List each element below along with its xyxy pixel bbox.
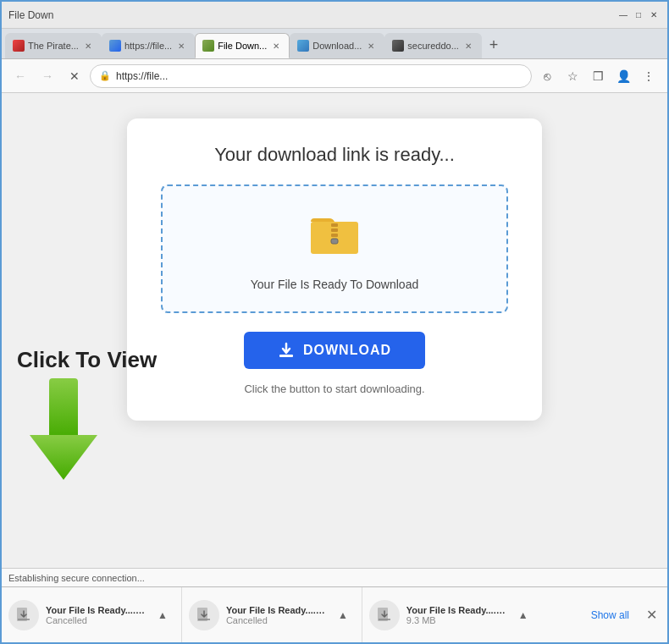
card-hint: Click the button to start downloading. xyxy=(161,383,508,395)
address-bar[interactable]: 🔒 https://file... xyxy=(90,64,532,88)
dl-file-icon-1 xyxy=(15,607,32,624)
page-content: 🔍 7Z COM Your download link is ready... xyxy=(2,93,667,568)
tab-favicon-5 xyxy=(392,40,404,52)
file-label: Your File Is Ready To Download xyxy=(180,278,489,291)
nav-bar: ← → ✕ 🔒 https://file... ⎋ ☆ ❒ 👤 ⋮ xyxy=(2,59,667,93)
tab-label-3: File Down... xyxy=(218,41,267,51)
title-bar: File Down — □ ✕ xyxy=(2,2,667,29)
download-button-label: DOWNLOAD xyxy=(303,343,391,358)
svg-rect-2 xyxy=(331,228,338,232)
close-button[interactable]: ✕ xyxy=(647,8,661,22)
dl-file-icon-3 xyxy=(376,607,393,624)
tab-piratebay[interactable]: The Pirate... ✕ xyxy=(5,33,102,58)
minimize-button[interactable]: — xyxy=(616,8,630,22)
tab-favicon-3 xyxy=(202,40,214,52)
tab-close-1[interactable]: ✕ xyxy=(82,40,94,52)
window-title: File Down xyxy=(8,9,53,21)
tab-close-4[interactable]: ✕ xyxy=(365,40,377,52)
svg-rect-6 xyxy=(49,378,78,439)
tab-favicon-2 xyxy=(109,40,121,52)
tab-close-3[interactable]: ✕ xyxy=(270,40,282,52)
forward-button[interactable]: → xyxy=(36,64,59,88)
download-item-2: Your File Is Ready....vhd Cancelled ▲ xyxy=(189,587,362,642)
tab-label-4: Download... xyxy=(312,41,362,51)
svg-rect-1 xyxy=(331,223,338,227)
dl-name-2: Your File Is Ready....vhd xyxy=(226,605,328,615)
dl-info-1: Your File Is Ready....vhd Cancelled xyxy=(46,605,147,625)
download-icon xyxy=(278,342,295,359)
status-text: Establishing secure connection... xyxy=(8,573,145,583)
down-arrow-icon xyxy=(25,374,102,484)
refresh-button[interactable]: ✕ xyxy=(63,64,86,88)
dl-info-2: Your File Is Ready....vhd Cancelled xyxy=(226,605,328,625)
svg-rect-5 xyxy=(279,355,293,357)
svg-rect-4 xyxy=(331,239,338,244)
tab-filedown[interactable]: File Down... ✕ xyxy=(195,33,290,58)
tab-bar: The Pirate... ✕ https://file... ✕ File D… xyxy=(2,29,667,59)
show-all-button[interactable]: Show all xyxy=(584,606,636,625)
svg-rect-3 xyxy=(331,234,338,237)
dl-icon-3 xyxy=(369,600,400,630)
tab-label-2: https://file... xyxy=(124,41,172,51)
bookmark-icon[interactable]: ☆ xyxy=(561,64,584,88)
tab-close-2[interactable]: ✕ xyxy=(175,40,187,52)
tab-close-5[interactable]: ✕ xyxy=(462,40,474,52)
tab-label-1: The Pirate... xyxy=(28,41,79,51)
dl-icon-2 xyxy=(189,600,219,630)
new-tab-button[interactable]: + xyxy=(482,33,506,57)
dl-name-1: Your File Is Ready....vhd xyxy=(46,605,147,615)
tab-secured[interactable]: secureddo... ✕ xyxy=(384,33,482,58)
lock-icon: 🔒 xyxy=(99,70,111,81)
download-item-1: Your File Is Ready....vhd Cancelled ▲ xyxy=(8,587,182,642)
sidebar-icon[interactable]: ❒ xyxy=(586,64,610,88)
dl-chevron-1[interactable]: ▲ xyxy=(154,606,171,625)
nav-actions: ⎋ ☆ ❒ 👤 ⋮ xyxy=(535,64,661,88)
click-to-view-text: Click To View xyxy=(17,347,157,373)
dl-name-3: Your File Is Ready....vhd xyxy=(406,605,508,615)
download-card: Your download link is ready... xyxy=(127,118,542,421)
tab-favicon-1 xyxy=(13,40,25,52)
dl-icon-1 xyxy=(8,600,39,630)
title-bar-left: File Down xyxy=(8,9,53,21)
dl-status-2: Cancelled xyxy=(226,615,328,625)
profile-icon[interactable]: 👤 xyxy=(611,64,635,88)
dl-chevron-3[interactable]: ▲ xyxy=(515,606,532,625)
dl-status-1: Cancelled xyxy=(46,615,147,625)
download-bar: Your File Is Ready....vhd Cancelled ▲ Yo… xyxy=(2,586,667,642)
share-icon[interactable]: ⎋ xyxy=(535,64,559,88)
address-text: https://file... xyxy=(116,70,522,82)
download-button[interactable]: DOWNLOAD xyxy=(244,332,425,369)
dl-info-3: Your File Is Ready....vhd 9.3 MB xyxy=(406,605,508,625)
tab-favicon-4 xyxy=(297,40,309,52)
green-arrow xyxy=(25,374,102,487)
browser-window: File Down — □ ✕ The Pirate... ✕ https://… xyxy=(0,0,669,644)
card-title: Your download link is ready... xyxy=(161,144,508,166)
zip-file-icon xyxy=(180,206,489,269)
tab-download[interactable]: Download... ✕ xyxy=(290,33,384,58)
tab-label-5: secureddo... xyxy=(407,41,459,51)
dl-status-3: 9.3 MB xyxy=(406,615,508,625)
back-button[interactable]: ← xyxy=(8,64,32,88)
tab-https[interactable]: https://file... ✕ xyxy=(102,33,195,58)
status-bar: Establishing secure connection... xyxy=(2,568,667,586)
dl-file-icon-2 xyxy=(196,607,213,624)
dl-chevron-2[interactable]: ▲ xyxy=(334,606,351,625)
maximize-button[interactable]: □ xyxy=(632,8,645,22)
download-bar-close-button[interactable]: ✕ xyxy=(643,603,661,626)
window-controls: — □ ✕ xyxy=(616,8,661,22)
file-preview: Your File Is Ready To Download xyxy=(161,184,508,313)
svg-marker-7 xyxy=(30,435,97,480)
menu-icon[interactable]: ⋮ xyxy=(637,64,661,88)
download-item-3: Your File Is Ready....vhd 9.3 MB ▲ xyxy=(369,587,542,642)
